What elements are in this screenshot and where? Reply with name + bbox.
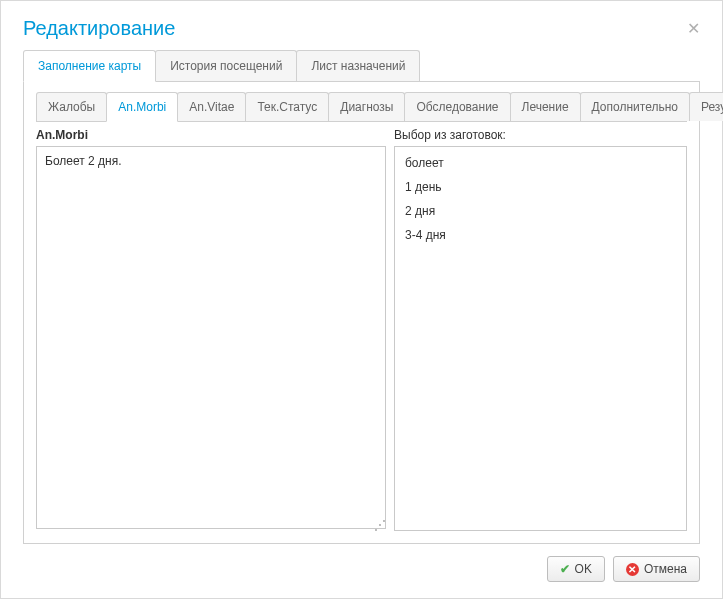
tab-result[interactable]: Результат [689, 92, 723, 121]
cancel-button[interactable]: ✕ Отмена [613, 556, 700, 582]
outer-tabs: Заполнение карты История посещений Лист … [23, 50, 700, 82]
list-item[interactable]: 3-4 дня [395, 223, 686, 247]
templates-listbox[interactable]: болеет 1 день 2 дня 3-4 дня [394, 146, 687, 531]
dialog-content: Заполнение карты История посещений Лист … [1, 50, 722, 544]
tab-examination[interactable]: Обследование [404, 92, 510, 121]
edit-dialog: Редактирование ✕ Заполнение карты Истори… [0, 0, 723, 599]
ok-button-label: OK [575, 562, 592, 576]
tab-prescription-sheet[interactable]: Лист назначений [296, 50, 420, 81]
editor-row: An.Morbi ⋰ Выбор из заготовок: болеет 1 … [36, 128, 687, 531]
list-item[interactable]: болеет [395, 151, 686, 175]
list-item[interactable]: 2 дня [395, 199, 686, 223]
ok-button[interactable]: ✔ OK [547, 556, 605, 582]
tab-an-morbi[interactable]: An.Morbi [106, 92, 178, 122]
check-icon: ✔ [560, 562, 570, 576]
tab-visit-history[interactable]: История посещений [155, 50, 297, 81]
close-icon[interactable]: ✕ [687, 21, 700, 37]
tab-treatment[interactable]: Лечение [510, 92, 581, 121]
inner-tabs: Жалобы An.Morbi An.Vitae Тек.Статус Диаг… [36, 92, 687, 122]
cancel-button-label: Отмена [644, 562, 687, 576]
left-panel-label: An.Morbi [36, 128, 386, 142]
right-panel-label: Выбор из заготовок: [394, 128, 687, 142]
tab-an-vitae[interactable]: An.Vitae [177, 92, 246, 121]
list-item[interactable]: 1 день [395, 175, 686, 199]
tab-current-status[interactable]: Тек.Статус [245, 92, 329, 121]
dialog-title: Редактирование [23, 17, 175, 40]
resize-handle-icon[interactable]: ⋰ [374, 519, 386, 531]
an-morbi-textarea[interactable] [36, 146, 386, 529]
dialog-footer: ✔ OK ✕ Отмена [1, 544, 722, 598]
tab-fill-card[interactable]: Заполнение карты [23, 50, 156, 82]
tab-diagnoses[interactable]: Диагнозы [328, 92, 405, 121]
left-column: An.Morbi ⋰ [36, 128, 386, 531]
tab-additional[interactable]: Дополнительно [580, 92, 690, 121]
outer-tab-panel: Жалобы An.Morbi An.Vitae Тек.Статус Диаг… [23, 82, 700, 544]
cancel-icon: ✕ [626, 563, 639, 576]
tab-complaints[interactable]: Жалобы [36, 92, 107, 121]
right-column: Выбор из заготовок: болеет 1 день 2 дня … [394, 128, 687, 531]
dialog-header: Редактирование ✕ [1, 1, 722, 50]
